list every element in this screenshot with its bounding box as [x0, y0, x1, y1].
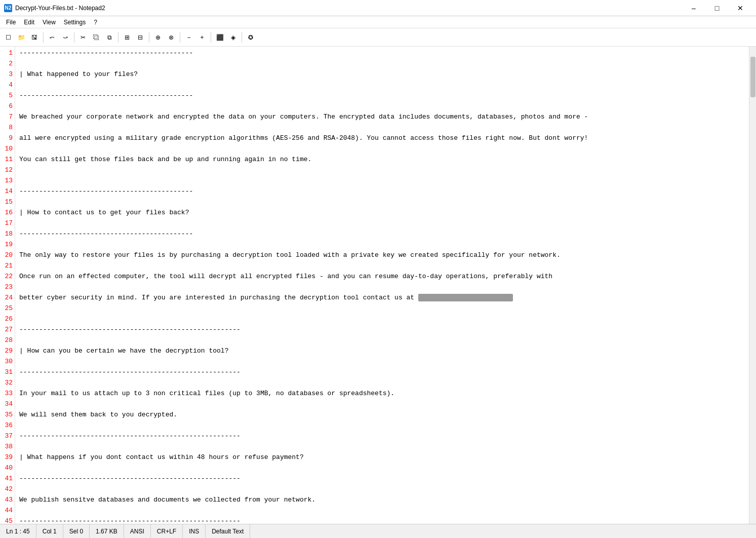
view2-button[interactable]: ⊗ — [165, 31, 177, 44]
status-size: 1.67 KB — [90, 524, 124, 538]
menu-item-?[interactable]: ? — [90, 18, 101, 27]
scrollbar-thumb[interactable] — [750, 57, 755, 97]
editor-line: ----------------------------------------… — [19, 324, 747, 335]
info-button[interactable]: ◈ — [227, 31, 239, 44]
outdent-button[interactable]: ⊟ — [134, 31, 146, 44]
view1-button[interactable]: ⊕ — [152, 31, 164, 44]
save-button[interactable]: 🖫 — [28, 31, 41, 44]
editor-line — [19, 260, 747, 271]
editor-container: 1234567891011121314151617181920212223242… — [0, 47, 756, 524]
line-number: 8 — [2, 122, 13, 133]
editor-line: ----------------------------------------… — [19, 516, 747, 524]
editor-line: ----------------------------------------… — [19, 228, 747, 239]
status-line-ending: CR+LF — [151, 524, 183, 538]
editor-line — [19, 303, 747, 314]
line-number: 17 — [2, 218, 13, 228]
editor-line — [19, 356, 747, 367]
status-col: Col 1 — [36, 524, 63, 538]
app-icon: N2 — [4, 4, 12, 12]
line-number: 41 — [2, 473, 13, 484]
close-button[interactable]: ✕ — [729, 0, 752, 16]
line-number: 3 — [2, 69, 13, 80]
editor-line — [19, 314, 747, 324]
editor-line: You can still get those files back and b… — [19, 154, 747, 165]
editor-line — [19, 143, 747, 154]
copy-button[interactable]: ⿻ — [90, 31, 102, 44]
editor-line: We publish sensitve databases and docume… — [19, 494, 747, 505]
title-bar-text: Decrypt-Your-Files.txt - Notepad2 — [15, 5, 682, 12]
editor-line — [19, 197, 747, 207]
toolbar-separator — [180, 32, 180, 43]
redo-button[interactable]: ⤻ — [59, 31, 71, 44]
editor-line — [19, 80, 747, 90]
line-number: 1 — [2, 48, 13, 58]
line-number: 18 — [2, 228, 13, 239]
editor-line — [19, 175, 747, 186]
line-number: 43 — [2, 494, 13, 505]
menu-item-file[interactable]: File — [2, 18, 20, 27]
zoomout-button[interactable]: − — [183, 31, 195, 44]
status-mode: Default Text — [206, 524, 250, 538]
editor-line: ----------------------------------------… — [19, 431, 747, 441]
editor-line — [19, 420, 747, 431]
extra-button[interactable]: ✪ — [245, 31, 257, 44]
line-number: 33 — [2, 388, 13, 399]
editor-line: | What happens if you dont contact us wi… — [19, 452, 747, 463]
editor-line: The only way to restore your files is by… — [19, 250, 747, 260]
status-sel: Sel 0 — [63, 524, 90, 538]
line-number: 36 — [2, 420, 13, 431]
menu-item-settings[interactable]: Settings — [60, 18, 90, 27]
line-number: 16 — [2, 207, 13, 218]
menu-item-edit[interactable]: Edit — [20, 18, 38, 27]
line-number: 10 — [2, 143, 13, 154]
title-bar: N2 Decrypt-Your-Files.txt - Notepad2 – □… — [0, 0, 756, 16]
undo-button[interactable]: ⤺ — [46, 31, 58, 44]
line-number: 40 — [2, 463, 13, 473]
editor-line: In your mail to us attach up to 3 non cr… — [19, 388, 747, 399]
line-number: 4 — [2, 80, 13, 90]
editor-line — [19, 101, 747, 111]
editor-line — [19, 122, 747, 133]
toolbar: ☐📁🖫⤺⤻✂⿻⧉⊞⊟⊕⊗−+⬛◈✪ — [0, 28, 756, 47]
indent-button[interactable]: ⊞ — [121, 31, 133, 44]
editor-line — [19, 463, 747, 473]
editor-line: | How to contact us to get your files ba… — [19, 207, 747, 218]
line-number: 34 — [2, 399, 13, 409]
open-button[interactable]: 📁 — [15, 31, 27, 44]
editor-line — [19, 282, 747, 292]
line-number: 9 — [2, 133, 13, 143]
editor-line: Once run on an effected computer, the to… — [19, 271, 747, 282]
new-button[interactable]: ☐ — [2, 31, 14, 44]
cut-button[interactable]: ✂ — [77, 31, 89, 44]
line-number: 30 — [2, 356, 13, 367]
editor-line: ----------------------------------------… — [19, 90, 747, 101]
maximize-button[interactable]: □ — [705, 0, 729, 16]
line-number: 38 — [2, 441, 13, 452]
line-number: 2 — [2, 58, 13, 69]
menu-item-view[interactable]: View — [38, 18, 60, 27]
status-ins: INS — [183, 524, 206, 538]
editor-line: ----------------------------------------… — [19, 367, 747, 377]
editor-line — [19, 505, 747, 516]
line-number: 27 — [2, 324, 13, 335]
rect-button[interactable]: ⬛ — [214, 31, 226, 44]
editor-line: ----------------------------------------… — [19, 48, 747, 58]
editor-line: We breached your corporate network and e… — [19, 111, 747, 122]
line-number: 13 — [2, 175, 13, 186]
line-number: 24 — [2, 292, 13, 303]
line-number: 15 — [2, 197, 13, 207]
toolbar-separator — [43, 32, 44, 43]
line-number: 42 — [2, 484, 13, 494]
editor-content[interactable]: ----------------------------------------… — [15, 47, 749, 524]
paste-button[interactable]: ⧉ — [103, 31, 115, 44]
editor-line: better cyber security in mind. If you ar… — [19, 292, 747, 303]
vertical-scrollbar[interactable] — [749, 47, 756, 524]
line-number: 39 — [2, 452, 13, 463]
line-number: 12 — [2, 165, 13, 175]
line-number: 28 — [2, 335, 13, 345]
editor-line — [19, 218, 747, 228]
minimize-button[interactable]: – — [682, 0, 705, 16]
line-number: 6 — [2, 101, 13, 111]
line-number: 19 — [2, 239, 13, 250]
zoomin-button[interactable]: + — [196, 31, 208, 44]
